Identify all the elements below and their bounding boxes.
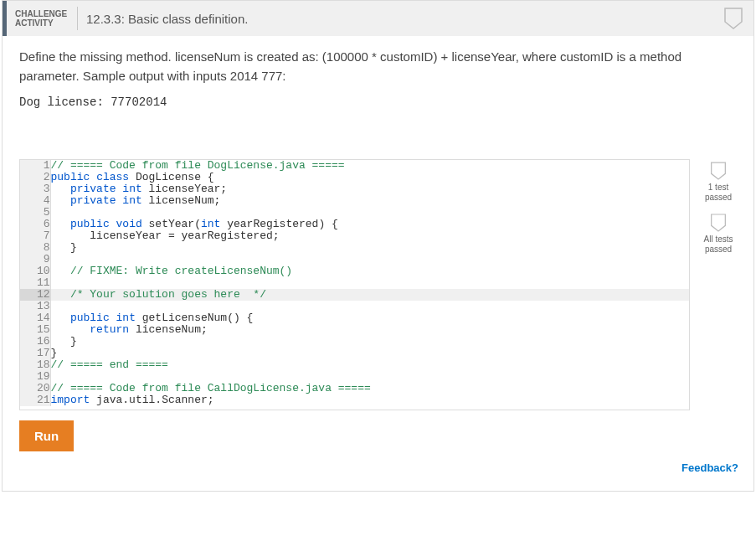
- code-line[interactable]: 13: [20, 301, 689, 312]
- code-content[interactable]: [50, 207, 689, 219]
- activity-type-label: CHALLENGE ACTIVITY: [15, 9, 74, 28]
- line-number: 18: [20, 359, 50, 371]
- code-line[interactable]: 19: [20, 371, 689, 383]
- code-line[interactable]: 9: [20, 254, 689, 265]
- code-content[interactable]: }: [50, 348, 689, 359]
- line-number: 21: [20, 394, 50, 406]
- code-line[interactable]: 15 return licenseNum;: [20, 324, 689, 336]
- activity-header: CHALLENGE ACTIVITY 12.3.3: Basic class d…: [3, 1, 753, 36]
- line-number: 8: [20, 242, 50, 254]
- line-number: 5: [20, 207, 50, 219]
- line-number: 10: [20, 265, 50, 277]
- code-content[interactable]: private int licenseNum;: [50, 195, 689, 207]
- line-number: 17: [20, 348, 50, 359]
- activity-card: CHALLENGE ACTIVITY 12.3.3: Basic class d…: [2, 0, 754, 492]
- code-content[interactable]: licenseYear = yearRegistered;: [50, 230, 689, 242]
- one-test-status: 1 test passed: [697, 161, 740, 203]
- code-content[interactable]: [50, 371, 689, 383]
- one-test-label: 1 test passed: [697, 183, 740, 203]
- code-line[interactable]: 11: [20, 277, 689, 289]
- code-content[interactable]: [50, 277, 689, 289]
- code-line[interactable]: 21import java.util.Scanner;: [20, 394, 689, 406]
- code-content[interactable]: // ===== Code from file CallDogLicense.j…: [50, 383, 689, 394]
- code-content[interactable]: return licenseNum;: [50, 324, 689, 336]
- code-editor[interactable]: 1// ===== Code from file DogLicense.java…: [19, 159, 690, 410]
- line-number: 20: [20, 383, 50, 394]
- code-line[interactable]: 8 }: [20, 242, 689, 254]
- line-number: 13: [20, 301, 50, 312]
- line-number: 1: [20, 160, 50, 172]
- code-content[interactable]: // ===== end =====: [50, 359, 689, 371]
- problem-area: Define the missing method. licenseNum is…: [3, 36, 753, 159]
- run-button[interactable]: Run: [19, 420, 74, 451]
- code-content[interactable]: public class DogLicense {: [50, 172, 689, 183]
- code-line[interactable]: 10 // FIXME: Write createLicenseNum(): [20, 265, 689, 277]
- status-column: 1 test passed All tests passed: [690, 159, 740, 265]
- code-content[interactable]: [50, 254, 689, 265]
- line-number: 16: [20, 336, 50, 348]
- header-shield-icon: [723, 7, 743, 30]
- code-content[interactable]: }: [50, 242, 689, 254]
- code-content[interactable]: // FIXME: Write createLicenseNum(): [50, 265, 689, 277]
- problem-description: Define the missing method. licenseNum is…: [19, 48, 737, 85]
- line-number: 19: [20, 371, 50, 383]
- line-number: 6: [20, 219, 50, 230]
- code-line[interactable]: 12 /* Your solution goes here */: [20, 289, 689, 301]
- activity-type-line1: CHALLENGE: [15, 9, 67, 18]
- sample-output: Dog license: 77702014: [19, 95, 737, 109]
- code-content[interactable]: [50, 301, 689, 312]
- code-content[interactable]: }: [50, 336, 689, 348]
- code-content[interactable]: public void setYear(int yearRegistered) …: [50, 219, 689, 230]
- header-divider: [77, 7, 78, 30]
- editor-row: 1// ===== Code from file DogLicense.java…: [3, 159, 753, 410]
- code-line[interactable]: 16 }: [20, 336, 689, 348]
- code-line[interactable]: 6 public void setYear(int yearRegistered…: [20, 219, 689, 230]
- code-content[interactable]: /* Your solution goes here */: [50, 289, 689, 301]
- shield-icon: [710, 161, 727, 181]
- code-line[interactable]: 7 licenseYear = yearRegistered;: [20, 230, 689, 242]
- code-content[interactable]: public int getLicenseNum() {: [50, 312, 689, 324]
- line-number: 4: [20, 195, 50, 207]
- controls-row: Run: [3, 410, 753, 451]
- shield-icon: [710, 213, 727, 233]
- line-number: 15: [20, 324, 50, 336]
- code-editor-scroll[interactable]: 1// ===== Code from file DogLicense.java…: [20, 160, 689, 410]
- line-number: 9: [20, 254, 50, 265]
- all-tests-label: All tests passed: [697, 234, 740, 255]
- feedback-link[interactable]: Feedback?: [3, 451, 753, 477]
- line-number: 3: [20, 183, 50, 195]
- line-number: 2: [20, 172, 50, 183]
- code-line[interactable]: 3 private int licenseYear;: [20, 183, 689, 195]
- all-tests-status: All tests passed: [697, 213, 740, 255]
- code-table: 1// ===== Code from file DogLicense.java…: [20, 160, 689, 406]
- code-line[interactable]: 14 public int getLicenseNum() {: [20, 312, 689, 324]
- code-line[interactable]: 4 private int licenseNum;: [20, 195, 689, 207]
- line-number: 11: [20, 277, 50, 289]
- line-number: 12: [20, 289, 50, 301]
- activity-type-line2: ACTIVITY: [15, 18, 54, 28]
- code-content[interactable]: // ===== Code from file DogLicense.java …: [50, 160, 689, 172]
- activity-title: 12.3.3: Basic class definition.: [86, 12, 723, 26]
- code-line[interactable]: 17}: [20, 348, 689, 359]
- code-line[interactable]: 20// ===== Code from file CallDogLicense…: [20, 383, 689, 394]
- code-line[interactable]: 5: [20, 207, 689, 219]
- code-line[interactable]: 2public class DogLicense {: [20, 172, 689, 183]
- horizontal-scrollbar[interactable]: [0, 492, 756, 504]
- line-number: 14: [20, 312, 50, 324]
- code-content[interactable]: import java.util.Scanner;: [50, 394, 689, 406]
- code-line[interactable]: 18// ===== end =====: [20, 359, 689, 371]
- activity-viewport: CHALLENGE ACTIVITY 12.3.3: Basic class d…: [0, 0, 756, 536]
- code-content[interactable]: private int licenseYear;: [50, 183, 689, 195]
- line-number: 7: [20, 230, 50, 242]
- code-line[interactable]: 1// ===== Code from file DogLicense.java…: [20, 160, 689, 172]
